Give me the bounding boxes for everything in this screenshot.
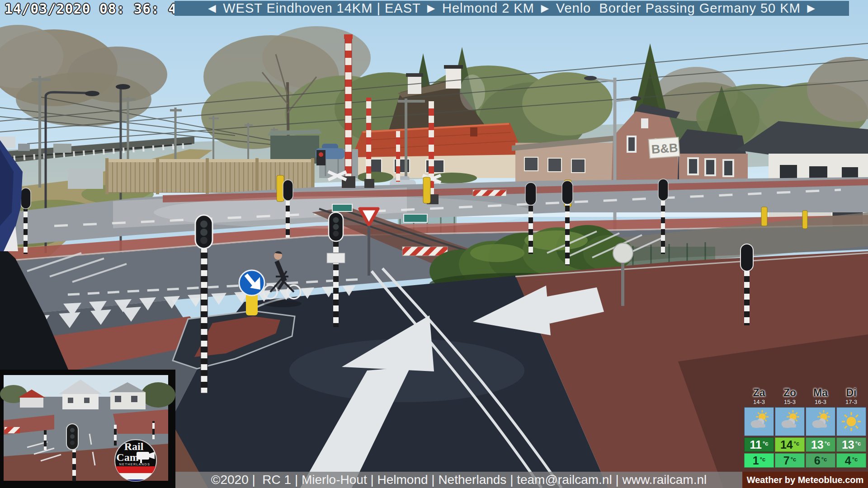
high-temp: 14°c	[775, 437, 805, 452]
high-temp: 13°c	[836, 437, 866, 452]
forecast-day-column: Za 14-3 11°c 1°c	[744, 387, 774, 468]
date-label: 16-3	[806, 399, 835, 406]
svg-text:NETHERLANDS: NETHERLANDS	[119, 463, 151, 466]
date-label: 15-3	[775, 399, 805, 406]
low-temp: 6°c	[806, 453, 835, 468]
forecast-day-column: Zo 15-3 14°c 7°c	[775, 387, 805, 468]
pip-camera-view: Rail Cam NETHERLANDS	[0, 370, 175, 488]
info-bar: ©2020 | RC 1 | Mierlo-Hout | Helmond | N…	[175, 472, 742, 488]
day-label: Ma	[806, 387, 835, 399]
webcam-frame: B&B	[0, 0, 868, 488]
bnb-sign: B&B	[649, 137, 680, 159]
day-label: Za	[744, 387, 774, 399]
svg-text:Rail: Rail	[124, 441, 144, 452]
red-roof-house	[352, 123, 524, 183]
camera-scene: B&B	[0, 0, 868, 488]
location-banner: ◄ WEST Eindhoven 14KM | EAST ► Helmond 2…	[175, 1, 849, 16]
weather-credit-bar: Weather by Meteoblue.com	[742, 472, 868, 488]
low-temp: 7°c	[775, 453, 805, 468]
high-temp: 11°c	[744, 437, 774, 452]
timestamp-overlay: 14/03/2020 08: 36: 40	[5, 1, 185, 17]
partly-cloudy-icon	[744, 407, 774, 436]
svg-text:B&B: B&B	[651, 141, 678, 156]
low-temp: 1°c	[744, 453, 774, 468]
day-label: Di	[836, 387, 866, 399]
date-label: 17-3	[836, 399, 866, 406]
low-temp: 4°c	[836, 453, 866, 468]
partly-cloudy-icon	[806, 407, 835, 436]
keep-right-sign	[239, 270, 264, 296]
weather-forecast-widget: Za 14-3 11°c 1°c Zo 15-3 14°c 7°c Ma 16-…	[744, 387, 866, 468]
day-label: Zo	[775, 387, 805, 399]
partly-cloudy-icon	[775, 407, 805, 436]
date-label: 14-3	[744, 399, 774, 406]
svg-text:Cam: Cam	[116, 451, 138, 463]
high-temp: 13°c	[806, 437, 835, 452]
forecast-day-column: Ma 16-3 13°c 6°c	[806, 387, 835, 468]
forecast-day-column: Di 17-3 13°c 4°c	[836, 387, 866, 468]
sunny-icon	[836, 407, 866, 436]
